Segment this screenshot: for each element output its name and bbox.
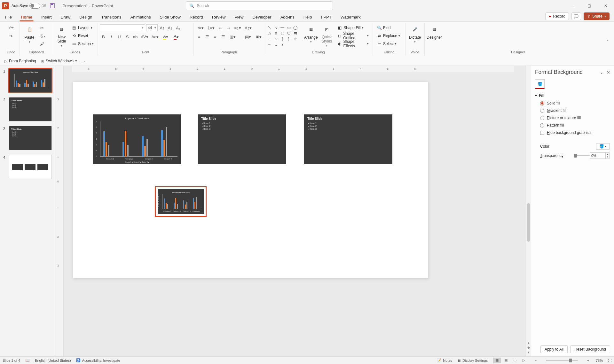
comments-button[interactable]: 💬 bbox=[571, 12, 581, 20]
decrease-font-button[interactable]: A↓ bbox=[167, 24, 174, 31]
tab-fppt[interactable]: FPPT bbox=[320, 13, 332, 21]
highlight-button[interactable]: A▾ bbox=[161, 33, 170, 40]
gradient-fill-radio[interactable]: Gradient fill bbox=[540, 108, 610, 113]
autosave-toggle[interactable] bbox=[29, 3, 40, 9]
decrease-indent-button[interactable]: ⇤ bbox=[217, 24, 224, 31]
hide-bg-checkbox[interactable]: Hide background graphics bbox=[540, 130, 610, 135]
shape-effects-button[interactable]: ◐Shape Effects▾ bbox=[335, 40, 371, 47]
copy-button[interactable]: ⎘▾ bbox=[38, 32, 48, 39]
align-text-button[interactable]: ▤▾ bbox=[243, 33, 253, 40]
tab-watermark[interactable]: Watermark bbox=[340, 13, 361, 21]
close-button[interactable]: ✕ bbox=[601, 1, 610, 10]
tab-transitions[interactable]: Transitions bbox=[100, 13, 122, 21]
switch-windows-button[interactable]: ▣Switch Windows▾ bbox=[41, 59, 77, 63]
shape-rrect-icon[interactable]: ▢ bbox=[279, 31, 285, 36]
fill-color-picker[interactable]: 🪣▾ bbox=[596, 143, 610, 150]
tab-developer[interactable]: Developer bbox=[252, 13, 272, 21]
shape-nav-up[interactable]: ▴ bbox=[273, 42, 279, 47]
pane-options-button[interactable]: ⌄ bbox=[600, 70, 603, 75]
format-painter-button[interactable]: 🖌 bbox=[38, 40, 45, 47]
tab-slide-show[interactable]: Slide Show bbox=[159, 13, 181, 21]
thumbnail-slide-1[interactable]: Important Chart Here bbox=[9, 68, 52, 93]
thumbnail-slide-4[interactable] bbox=[9, 155, 52, 179]
fill-section-header[interactable]: ▾Fill bbox=[531, 92, 614, 99]
thumbnail-slide-3[interactable]: Title Slide Item 1 Item 2 Item 3 bbox=[9, 126, 52, 150]
strikethrough-button[interactable]: S bbox=[124, 33, 131, 40]
find-button[interactable]: 🔍Find bbox=[375, 24, 392, 31]
notes-button[interactable]: 📝Notes bbox=[437, 358, 452, 362]
undo-button[interactable]: ↶ ▾ bbox=[6, 24, 16, 31]
record-button[interactable]: ●Record bbox=[545, 12, 569, 20]
tab-help[interactable]: Help bbox=[303, 13, 313, 21]
tab-draw[interactable]: Draw bbox=[60, 13, 71, 21]
apply-to-all-button[interactable]: Apply to All bbox=[540, 345, 568, 353]
new-slide-button[interactable]: ▦ NewSlide ▾ bbox=[55, 24, 68, 47]
text-shadow-button[interactable]: ab bbox=[132, 33, 139, 40]
shape-nav-dn[interactable]: ▾ bbox=[279, 42, 285, 47]
picture-fill-radio[interactable]: Picture or texture fill bbox=[540, 116, 610, 120]
zoom-slider[interactable] bbox=[546, 360, 578, 361]
shape-rect-icon[interactable]: ▭ bbox=[286, 25, 292, 30]
align-left-button[interactable]: ≡ bbox=[196, 33, 203, 40]
slide-counter[interactable]: Slide 1 of 4 bbox=[3, 359, 20, 362]
zoom-in-button[interactable]: + bbox=[586, 359, 591, 362]
tab-review[interactable]: Review bbox=[211, 13, 226, 21]
section-button[interactable]: ▭Section▾ bbox=[70, 40, 96, 47]
tab-home[interactable]: Home bbox=[20, 13, 33, 21]
quick-styles-button[interactable]: ◩QuickStyles▾ bbox=[319, 24, 334, 47]
sorter-view-button[interactable]: ▤ bbox=[502, 358, 510, 363]
bullets-button[interactable]: •≡▾ bbox=[196, 24, 205, 31]
tab-animations[interactable]: Animations bbox=[130, 13, 152, 21]
summary-thumb-title-2[interactable]: Title Slide • Item 1 • Item 2 • Item 3 bbox=[304, 114, 392, 164]
tab-addins[interactable]: Add-ins bbox=[280, 13, 295, 21]
line-spacing-button[interactable]: ≡↕▾ bbox=[233, 24, 242, 31]
shape-curve-icon[interactable]: ∿ bbox=[273, 36, 279, 42]
transparency-spinner[interactable]: 0%▴▾ bbox=[590, 152, 610, 159]
customize-qat-button[interactable]: ⎯▾ bbox=[82, 59, 86, 63]
numbering-button[interactable]: 1≡▾ bbox=[206, 24, 216, 31]
shape-line-icon[interactable]: ＼ bbox=[267, 25, 272, 30]
dragged-selected-slide[interactable]: Important Chart Here Category 1Category … bbox=[156, 187, 206, 216]
zoom-out-button[interactable]: − bbox=[533, 359, 538, 362]
shapes-gallery[interactable]: ＼ ↘ ― ▭ ◯ △ ⇧ ▢ ⬡ ⬒ ⌐ ∿ { } ☆ ⋯ ▴ ▾ bbox=[266, 24, 303, 48]
shape-outline-button[interactable]: ◻Shape Outline▾ bbox=[335, 32, 371, 39]
dictate-button[interactable]: 🎤Dictate▾ bbox=[407, 24, 422, 43]
paste-button[interactable]: 📋 Paste ▾ bbox=[22, 24, 37, 43]
transparency-slider[interactable] bbox=[574, 155, 590, 156]
restore-button[interactable]: ▢ bbox=[585, 1, 594, 10]
shape-fill-button[interactable]: ◧Shape Fill▾ bbox=[335, 24, 371, 31]
save-button[interactable] bbox=[48, 2, 57, 10]
slideshow-view-button[interactable]: ▷ bbox=[520, 358, 528, 363]
tab-view[interactable]: View bbox=[234, 13, 244, 21]
solid-fill-radio[interactable]: Solid fill bbox=[540, 101, 610, 105]
summary-thumb-chart[interactable]: Important Chart Here Category 1Category … bbox=[93, 114, 181, 164]
search-box[interactable]: 🔍 Search bbox=[186, 1, 333, 10]
minimize-button[interactable]: — bbox=[568, 1, 577, 10]
shape-callout-icon[interactable]: ⬒ bbox=[292, 31, 298, 36]
redo-button[interactable]: ↷ bbox=[8, 33, 15, 40]
display-settings-button[interactable]: 🖥Display Settings bbox=[457, 359, 488, 362]
language-button[interactable]: English (United States) bbox=[35, 359, 71, 362]
scrollbar-thumb[interactable] bbox=[527, 203, 530, 242]
smartart-button[interactable]: ▣▾ bbox=[254, 33, 263, 40]
zoom-level[interactable]: 78% bbox=[596, 359, 603, 362]
shape-lconn-icon[interactable]: ⌐ bbox=[267, 36, 272, 42]
shape-arrow-up-icon[interactable]: ⇧ bbox=[273, 31, 279, 36]
increase-font-button[interactable]: A↑ bbox=[159, 24, 166, 31]
pane-close-button[interactable]: ✕ bbox=[607, 70, 610, 75]
shape-triangle-icon[interactable]: △ bbox=[267, 31, 272, 36]
collapse-ribbon-button[interactable]: ⌄ bbox=[606, 37, 609, 42]
layout-button[interactable]: ▤Layout▾ bbox=[70, 24, 96, 31]
cut-button[interactable]: ✂ bbox=[38, 24, 45, 31]
spellcheck-button[interactable]: 📖 bbox=[25, 358, 30, 362]
select-button[interactable]: ⭠Select▾ bbox=[375, 40, 398, 47]
share-button[interactable]: ⇪Share▾ bbox=[584, 12, 610, 20]
clear-formatting-button[interactable]: Aᵪ bbox=[175, 24, 182, 31]
tab-design[interactable]: Design bbox=[79, 13, 93, 21]
vertical-scrollbar[interactable]: ▴ ◆ ▾ bbox=[526, 66, 531, 356]
font-size-input[interactable]: 44▾ bbox=[146, 24, 158, 31]
text-direction-button[interactable]: A↕▾ bbox=[243, 24, 253, 31]
designer-button[interactable]: ▦Designer bbox=[427, 24, 442, 40]
bold-button[interactable]: B bbox=[100, 33, 107, 40]
normal-view-button[interactable]: ▦ bbox=[493, 358, 501, 363]
